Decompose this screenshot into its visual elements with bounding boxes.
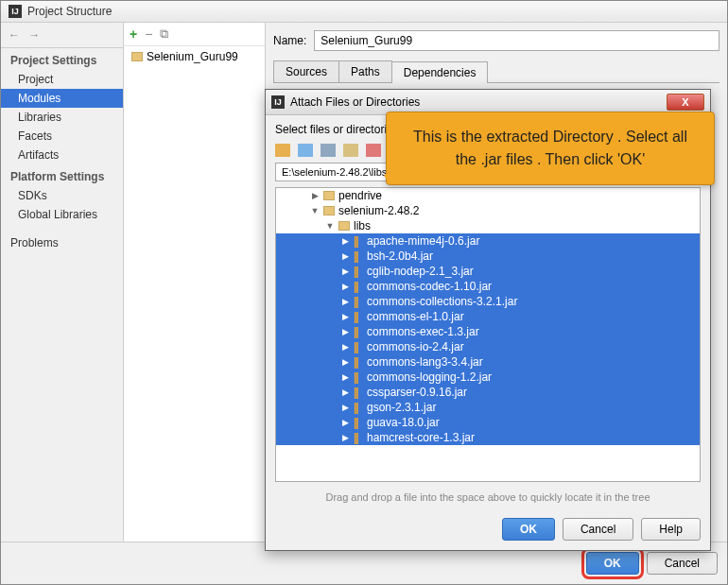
tree-node-label: gson-2.3.1.jar <box>367 401 436 414</box>
main-ok-button[interactable]: OK <box>586 552 639 575</box>
jar-icon <box>354 234 363 248</box>
tree-node-label: pendrive <box>338 189 382 202</box>
tree-folder-row[interactable]: libs <box>276 218 700 233</box>
tree-folder-row[interactable]: pendrive <box>276 188 700 203</box>
desktop-icon[interactable] <box>298 144 313 157</box>
chevron-right-icon[interactable] <box>340 357 350 367</box>
tree-node-label: bsh-2.0b4.jar <box>367 249 433 263</box>
folder-icon <box>323 206 335 215</box>
jar-icon <box>354 280 363 293</box>
chevron-right-icon[interactable] <box>340 372 350 382</box>
chevron-right-icon[interactable] <box>340 433 350 442</box>
chevron-right-icon[interactable] <box>310 191 320 200</box>
tree-file-row[interactable]: commons-exec-1.3.jar <box>276 324 700 339</box>
tree-file-row[interactable]: cglib-nodep-2.1_3.jar <box>276 264 700 279</box>
folder-icon <box>323 191 335 200</box>
tree-file-row[interactable]: commons-codec-1.10.jar <box>276 279 700 294</box>
tree-file-row[interactable]: cssparser-0.9.16.jar <box>276 385 700 400</box>
project-icon[interactable] <box>321 144 336 157</box>
remove-module-icon[interactable]: − <box>145 26 152 42</box>
chevron-right-icon[interactable] <box>340 403 350 412</box>
sidebar-item-libraries[interactable]: Libraries <box>1 108 123 127</box>
chevron-right-icon[interactable] <box>340 251 350 261</box>
delete-icon[interactable] <box>366 144 381 157</box>
folder-icon <box>131 52 143 61</box>
jar-icon <box>354 265 363 278</box>
tab-paths[interactable]: Paths <box>338 60 392 82</box>
tree-node-label: commons-logging-1.2.jar <box>367 370 492 384</box>
module-name-input[interactable] <box>314 30 719 51</box>
sidebar-item-project[interactable]: Project <box>1 70 123 89</box>
chevron-right-icon[interactable] <box>340 418 350 427</box>
add-module-icon[interactable]: + <box>130 26 137 42</box>
back-icon[interactable]: ← <box>9 28 20 42</box>
chevron-down-icon[interactable] <box>325 221 335 231</box>
home-icon[interactable] <box>275 144 290 157</box>
sidebar: ← → Project Settings Project Modules Lib… <box>1 23 124 542</box>
sidebar-item-facets[interactable]: Facets <box>1 127 123 146</box>
chevron-right-icon[interactable] <box>340 297 350 306</box>
module-list-panel: + − ⧉ Selenium_Guru99 <box>124 23 266 542</box>
close-icon[interactable]: X <box>667 94 704 111</box>
tree-node-label: commons-lang3-3.4.jar <box>367 355 483 369</box>
intellij-icon: IJ <box>271 95 285 109</box>
tree-node-label: selenium-2.48.2 <box>338 204 419 217</box>
forward-icon[interactable]: → <box>28 28 40 42</box>
tree-file-row[interactable]: commons-collections-3.2.1.jar <box>276 294 700 309</box>
jar-icon <box>354 295 363 308</box>
dialog-help-button[interactable]: Help <box>641 518 701 541</box>
sidebar-heading-project-settings: Project Settings <box>1 48 123 70</box>
sidebar-item-modules[interactable]: Modules <box>1 89 123 108</box>
tree-file-row[interactable]: gson-2.3.1.jar <box>276 400 700 415</box>
dialog-button-bar: OK Cancel Help <box>266 508 710 550</box>
tree-node-label: commons-el-1.0.jar <box>367 310 464 323</box>
main-cancel-button[interactable]: Cancel <box>647 552 718 575</box>
sidebar-heading-platform-settings: Platform Settings <box>1 164 123 186</box>
jar-icon <box>354 325 363 338</box>
tree-file-row[interactable]: apache-mime4j-0.6.jar <box>276 233 700 249</box>
intellij-icon: IJ <box>9 5 22 18</box>
chevron-down-icon[interactable] <box>310 206 320 215</box>
jar-icon <box>354 355 363 369</box>
module-item[interactable]: Selenium_Guru99 <box>124 46 265 67</box>
module-toolbar: + − ⧉ <box>124 23 265 46</box>
tree-file-row[interactable]: commons-el-1.0.jar <box>276 309 700 324</box>
jar-icon <box>354 310 363 323</box>
sidebar-item-artifacts[interactable]: Artifacts <box>1 146 123 164</box>
chevron-right-icon[interactable] <box>340 327 350 336</box>
tree-node-label: cssparser-0.9.16.jar <box>367 386 467 399</box>
tree-node-label: commons-collections-3.2.1.jar <box>367 295 517 308</box>
jar-icon <box>354 386 363 399</box>
module-tabs: Sources Paths Dependencies <box>273 60 719 83</box>
new-folder-icon[interactable] <box>343 144 358 157</box>
chevron-right-icon[interactable] <box>340 282 350 291</box>
jar-icon <box>354 370 363 384</box>
sidebar-item-sdks[interactable]: SDKs <box>1 186 123 205</box>
dialog-cancel-button[interactable]: Cancel <box>563 518 633 541</box>
chevron-right-icon[interactable] <box>340 312 350 321</box>
tab-dependencies[interactable]: Dependencies <box>391 61 489 83</box>
chevron-right-icon[interactable] <box>340 267 350 276</box>
drag-drop-hint: Drag and drop a file into the space abov… <box>266 486 710 508</box>
sidebar-item-global-libraries[interactable]: Global Libraries <box>1 205 123 224</box>
dialog-ok-button[interactable]: OK <box>502 518 555 541</box>
chevron-right-icon[interactable] <box>340 236 350 246</box>
tree-node-label: commons-codec-1.10.jar <box>367 280 492 293</box>
tree-file-row[interactable]: commons-logging-1.2.jar <box>276 370 700 385</box>
tree-file-row[interactable]: commons-lang3-3.4.jar <box>276 354 700 370</box>
chevron-right-icon[interactable] <box>340 387 350 397</box>
tree-file-row[interactable]: guava-18.0.jar <box>276 415 700 430</box>
tab-sources[interactable]: Sources <box>273 60 339 82</box>
sidebar-item-problems[interactable]: Problems <box>1 233 123 252</box>
jar-icon <box>354 249 363 263</box>
tree-file-row[interactable]: bsh-2.0b4.jar <box>276 249 700 264</box>
tree-folder-row[interactable]: selenium-2.48.2 <box>276 203 700 218</box>
tree-node-label: guava-18.0.jar <box>367 416 440 429</box>
chevron-right-icon[interactable] <box>340 342 350 352</box>
tree-node-label: libs <box>354 219 371 232</box>
tree-file-row[interactable]: commons-io-2.4.jar <box>276 339 700 354</box>
tree-node-label: apache-mime4j-0.6.jar <box>367 234 479 248</box>
copy-module-icon[interactable]: ⧉ <box>160 26 168 42</box>
tree-file-row[interactable]: hamcrest-core-1.3.jar <box>276 430 700 445</box>
file-tree[interactable]: pendriveselenium-2.48.2libs apache-mime4… <box>275 187 701 482</box>
